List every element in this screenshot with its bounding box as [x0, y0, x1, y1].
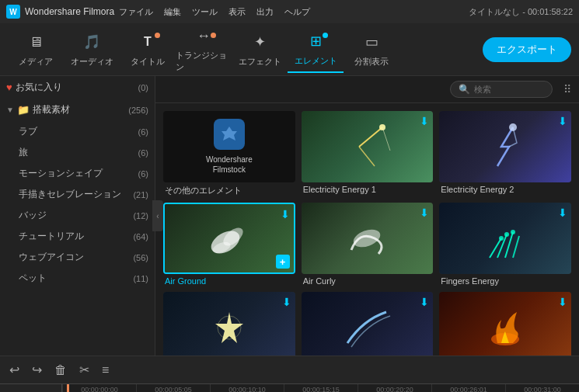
ruler-label-0: 00:00:00:00 [81, 386, 118, 392]
grid-item-electricity1[interactable]: ⬇ Electricity Energy 1 [302, 111, 434, 196]
grid-item-star[interactable]: ⬇ [163, 292, 295, 356]
svg-point-5 [509, 123, 517, 131]
sidebar-item-webicon[interactable]: ウェブアイコン (56) [0, 247, 155, 268]
filmstock-logo [214, 119, 245, 150]
ruler-label-3: 00:00:15:15 [302, 386, 340, 392]
toolbar-transition[interactable]: ↔ トランジション [176, 26, 232, 73]
fire-bg [439, 292, 571, 356]
settings-button[interactable]: ≡ [102, 363, 109, 377]
filmstock-text: WondershareFilmstock [206, 154, 253, 175]
builtin-label: 搭載素材 [33, 103, 125, 116]
grid-item-aircurly[interactable]: ⬇ Air Curly [302, 203, 434, 286]
undo-button[interactable]: ↩ [9, 363, 19, 377]
sidebar-builtin[interactable]: ▼ 📁 搭載素材 (256) [0, 99, 155, 121]
toolbar-split[interactable]: ▭ 分割表示 [344, 26, 399, 73]
grid-item-fingersenergy[interactable]: ⬇ Fingers Energy [439, 203, 571, 286]
ruler-mark-6: 00:00:31:00 [505, 384, 579, 392]
sidebar-item-pet[interactable]: ペット (11) [0, 268, 155, 289]
sidebar-item-handdrawn[interactable]: 手描きセレブレーション (21) [0, 184, 155, 205]
download-icon-ac: ⬇ [420, 206, 429, 219]
airground-bg [165, 204, 294, 272]
toolbar-element[interactable]: ⊞ エレメント [288, 26, 344, 73]
ruler-label-5: 00:00:26:01 [450, 386, 487, 392]
slash-thumb: ⬇ [302, 292, 434, 356]
builtin-count: (256) [128, 106, 148, 115]
sidebar-item-love[interactable]: ラブ (6) [0, 121, 155, 142]
fingersenergy-label: Fingers Energy [439, 276, 571, 286]
menu-help[interactable]: ヘルプ [284, 6, 310, 18]
delete-button[interactable]: 🗑 [54, 363, 67, 377]
content-header: 🔍 ⠿ [155, 76, 579, 103]
download-icon-sl: ⬇ [420, 296, 429, 308]
download-icon-ag: ⬇ [281, 208, 290, 220]
toolbar-title[interactable]: T タイトル [120, 26, 176, 73]
svg-line-13 [513, 236, 519, 258]
menu-output[interactable]: 出力 [256, 6, 274, 18]
svg-marker-0 [221, 127, 237, 140]
svg-line-10 [490, 238, 501, 258]
transition-dot [211, 33, 216, 38]
search-input[interactable] [474, 85, 544, 94]
download-icon-fi: ⬇ [558, 296, 567, 308]
sidebar-favorites[interactable]: ♥ お気に入り (0) [0, 76, 155, 99]
toolbar-audio[interactable]: 🎵 オーディオ [64, 26, 120, 73]
grid-view-icon[interactable]: ⠿ [563, 83, 571, 95]
electricity1-thumb: ⬇ [302, 111, 434, 182]
cut-button[interactable]: ✂ [79, 363, 89, 377]
fingersenergy-bg [439, 203, 571, 274]
electricity1-bg [302, 111, 434, 182]
playhead[interactable] [67, 384, 69, 392]
ruler-mark-0: 00:00:00:00 [62, 384, 136, 392]
menu-view[interactable]: 表示 [228, 6, 246, 18]
toolbar-media[interactable]: 🖥 メディア [8, 26, 64, 73]
download-icon-st: ⬇ [282, 296, 291, 308]
svg-point-16 [511, 230, 515, 234]
ruler-mark-3: 00:00:15:15 [284, 384, 358, 392]
timeline-ruler[interactable]: 00:00:00:00 00:00:05:05 00:00:10:10 00:0… [62, 384, 579, 392]
title-dot [155, 33, 160, 38]
ruler-marks: 00:00:00:00 00:00:05:05 00:00:10:10 00:0… [62, 384, 579, 392]
electricity2-thumb: ⬇ [439, 111, 571, 182]
effect-icon: ✦ [249, 31, 270, 53]
slash-bg [302, 292, 434, 356]
toolbar-effect[interactable]: ✦ エフェクト [232, 26, 288, 73]
ruler-mark-2: 00:00:10:10 [210, 384, 284, 392]
download-icon-e1: ⬇ [420, 115, 429, 127]
app-name: Wondershare Filmora [25, 6, 114, 17]
svg-line-2 [359, 147, 375, 166]
sidebar: ♥ お気に入り (0) ▼ 📁 搭載素材 (256) ラブ (6) 旅 (6) … [0, 76, 155, 356]
sidebar-item-tutorial[interactable]: チュートリアル (64) [0, 226, 155, 247]
grid-item-electricity2[interactable]: ⬇ Electricity Energy 2 [439, 111, 571, 196]
menu-bar: ファイル 編集 ツール 表示 出力 ヘルプ [119, 6, 310, 18]
folder-icon: 📁 [17, 104, 30, 116]
sidebar-item-travel[interactable]: 旅 (6) [0, 142, 155, 163]
download-icon-fe: ⬇ [558, 206, 567, 219]
sidebar-item-badge[interactable]: バッジ (12) [0, 205, 155, 226]
menu-tools[interactable]: ツール [192, 6, 218, 18]
collapse-sidebar-button[interactable]: ‹ [152, 200, 163, 231]
filmstock-label: その他のエレメント [163, 185, 295, 196]
ruler-label-4: 00:00:20:20 [376, 386, 413, 392]
download-icon-e2: ⬇ [558, 115, 567, 127]
grid-item-filmstock[interactable]: WondershareFilmstock その他のエレメント [163, 111, 295, 196]
content-area: 🔍 ⠿ WondershareFilmstock その他のエレメント [155, 76, 579, 356]
ruler-mark-4: 00:00:20:20 [358, 384, 431, 392]
grid-item-slash[interactable]: ⬇ [302, 292, 434, 356]
menu-file[interactable]: ファイル [119, 6, 153, 18]
sidebar-item-motionshape[interactable]: モーションシェイプ (6) [0, 163, 155, 184]
fingersenergy-thumb: ⬇ [439, 203, 571, 274]
grid-item-fire[interactable]: ⬇ [439, 292, 571, 356]
airground-label: Air Ground [163, 276, 295, 286]
search-box[interactable]: 🔍 [450, 81, 553, 98]
grid-item-airground[interactable]: ⬇ + Air Ground [163, 203, 295, 286]
svg-point-15 [504, 232, 509, 237]
star-thumb: ⬇ [163, 292, 295, 356]
add-badge-ag[interactable]: + [276, 255, 290, 269]
menu-edit[interactable]: 編集 [164, 6, 181, 18]
export-button[interactable]: エクスポート [483, 37, 571, 62]
redo-button[interactable]: ↪ [32, 363, 42, 377]
svg-line-3 [382, 127, 390, 151]
aircurly-thumb: ⬇ [302, 203, 434, 274]
electricity2-bg [439, 111, 571, 182]
svg-point-4 [379, 124, 385, 130]
